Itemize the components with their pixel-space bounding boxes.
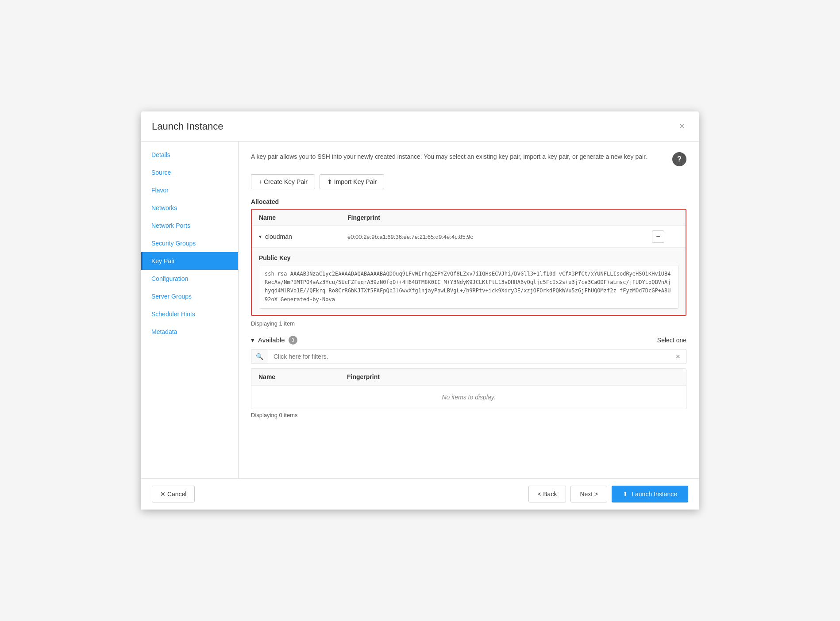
allocated-col-fingerprint: Fingerprint (347, 214, 652, 221)
allocated-col-action (652, 214, 678, 221)
allocated-label: Allocated (251, 198, 686, 205)
back-button[interactable]: < Back (528, 486, 566, 502)
sidebar-item-security-groups[interactable]: Security Groups (141, 234, 238, 252)
import-key-pair-button[interactable]: ⬆ Import Key Pair (320, 174, 384, 189)
sidebar-item-server-groups[interactable]: Server Groups (141, 288, 238, 305)
filter-bar: 🔍 ✕ (251, 349, 686, 364)
launch-icon: ⬆ (623, 491, 628, 498)
close-button[interactable]: × (676, 119, 688, 133)
sidebar-item-key-pair[interactable]: Key Pair (141, 252, 238, 270)
no-items-text: No items to display. (251, 385, 686, 409)
sidebar-item-network-ports[interactable]: Network Ports (141, 217, 238, 234)
public-key-text: ssh-rsa AAAAB3NzaC1yc2EAAAADAQABAAAABAQD… (259, 265, 678, 309)
description-text: A key pair allows you to SSH into your n… (251, 152, 665, 161)
description-row: A key pair allows you to SSH into your n… (251, 152, 686, 166)
sidebar-item-configuration[interactable]: Configuration (141, 270, 238, 288)
modal-body: Details Source Flavor Networks Network P… (141, 142, 699, 478)
allocated-table-header: Name Fingerprint (252, 210, 686, 226)
allocated-table-row: ▾ cloudman e0:00:2e:9b:a1:69:36:ee:7e:21… (252, 226, 686, 248)
available-col-name: Name (258, 373, 347, 380)
available-header: ▾ Available 0 Select one (251, 336, 686, 345)
modal-title: Launch Instance (152, 121, 223, 132)
fingerprint-value: e0:00:2e:9b:a1:69:36:ee:7e:21:65:d9:4e:4… (347, 234, 652, 240)
sidebar-item-networks[interactable]: Networks (141, 199, 238, 217)
cancel-button[interactable]: ✕ Cancel (152, 486, 195, 502)
displaying-allocated-text: Displaying 1 item (251, 320, 686, 327)
chevron-down-icon: ▾ (259, 234, 262, 240)
filter-input[interactable] (268, 349, 670, 364)
available-label: Available (258, 336, 285, 344)
sidebar: Details Source Flavor Networks Network P… (141, 142, 239, 478)
sidebar-item-flavor[interactable]: Flavor (141, 181, 238, 199)
footer-right: < Back Next > ⬆ Launch Instance (528, 486, 688, 502)
public-key-label: Public Key (259, 254, 678, 261)
available-table: Name Fingerprint No items to display. (251, 368, 686, 409)
displaying-available-text: Displaying 0 items (251, 412, 686, 418)
main-content: A key pair allows you to SSH into your n… (239, 142, 699, 478)
sidebar-item-scheduler-hints[interactable]: Scheduler Hints (141, 305, 238, 323)
action-buttons: + Create Key Pair ⬆ Import Key Pair (251, 174, 686, 189)
remove-action: − (652, 230, 678, 243)
available-count-badge: 0 (289, 336, 297, 345)
available-left: ▾ Available 0 (251, 336, 297, 345)
public-key-section: Public Key ssh-rsa AAAAB3NzaC1yc2EAAAADA… (252, 248, 686, 315)
help-button[interactable]: ? (672, 152, 686, 166)
filter-clear-button[interactable]: ✕ (670, 349, 686, 364)
launch-label: Launch Instance (632, 491, 677, 498)
select-one-label: Select one (657, 337, 686, 344)
allocated-col-name: Name (259, 214, 347, 221)
search-icon: 🔍 (251, 349, 268, 364)
launch-instance-button[interactable]: ⬆ Launch Instance (612, 486, 688, 502)
available-col-action (652, 373, 679, 380)
create-key-pair-button[interactable]: + Create Key Pair (251, 174, 315, 189)
modal-header: Launch Instance × (141, 111, 699, 142)
cancel-label: ✕ Cancel (160, 491, 186, 498)
available-table-header: Name Fingerprint (251, 369, 686, 385)
sidebar-item-details[interactable]: Details (141, 146, 238, 164)
chevron-available-icon: ▾ (251, 336, 254, 344)
remove-key-button[interactable]: − (652, 230, 664, 243)
key-name: cloudman (265, 233, 292, 240)
modal-footer: ✕ Cancel < Back Next > ⬆ Launch Instance (141, 478, 699, 510)
launch-instance-modal: Launch Instance × Details Source Flavor … (141, 111, 699, 510)
available-col-fingerprint: Fingerprint (347, 373, 652, 380)
allocated-section: Name Fingerprint ▾ cloudman e0:00:2e:9b:… (251, 209, 686, 316)
sidebar-item-source[interactable]: Source (141, 164, 238, 181)
next-button[interactable]: Next > (570, 486, 607, 502)
sidebar-item-metadata[interactable]: Metadata (141, 323, 238, 341)
allocated-row-name: ▾ cloudman (259, 233, 347, 240)
